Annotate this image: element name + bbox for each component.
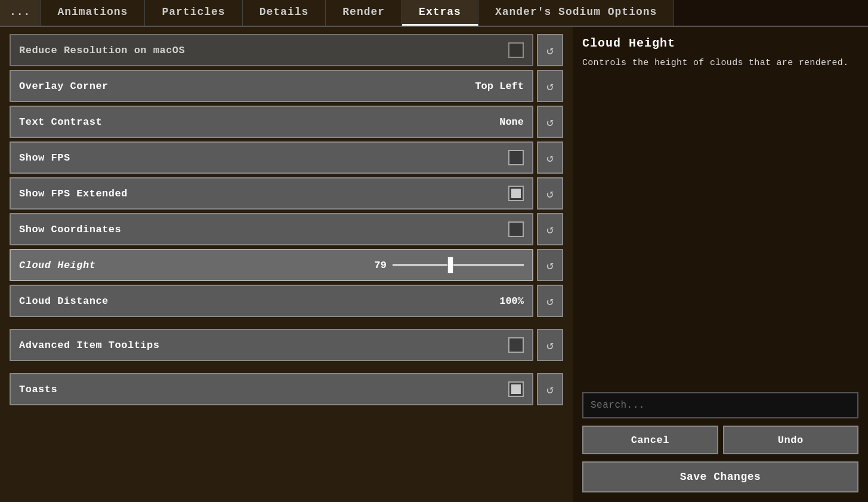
option-label-toasts: Toasts xyxy=(19,384,57,395)
action-buttons: Cancel Undo xyxy=(582,426,858,454)
slider-track-cloud-height[interactable] xyxy=(393,264,524,266)
option-label-show-fps: Show FPS xyxy=(19,152,70,164)
tab-bar: ...AnimationsParticlesDetailsRenderExtra… xyxy=(0,0,868,27)
option-label-cloud-distance: Cloud Distance xyxy=(19,295,109,307)
reset-btn-text-contrast[interactable]: ↺ xyxy=(537,106,563,138)
option-main-toasts[interactable]: Toasts xyxy=(10,373,533,405)
reset-btn-toasts[interactable]: ↺ xyxy=(537,373,563,405)
save-button[interactable]: Save Changes xyxy=(582,461,858,492)
option-row-show-fps: Show FPS↺ xyxy=(10,141,563,174)
option-row-reduce-resolution: Reduce Resolution on macOS↺ xyxy=(10,34,563,66)
tab-extras[interactable]: Extras xyxy=(402,0,478,26)
info-title: Cloud Height xyxy=(582,36,858,50)
info-box: Cloud Height Controls the height of clou… xyxy=(582,36,858,385)
undo-button[interactable]: Undo xyxy=(723,426,859,454)
option-checkbox-show-fps[interactable] xyxy=(508,150,524,165)
option-row-show-coordinates: Show Coordinates↺ xyxy=(10,213,563,245)
option-checkbox-toasts[interactable] xyxy=(508,381,524,397)
reset-btn-show-fps[interactable]: ↺ xyxy=(537,141,563,174)
option-row-show-fps-extended: Show FPS Extended↺ xyxy=(10,177,563,210)
slider-area-cloud-height: 79 xyxy=(375,260,524,271)
option-main-show-fps-extended[interactable]: Show FPS Extended xyxy=(10,177,533,210)
option-row-toasts: Toasts↺ xyxy=(10,373,563,405)
right-panel: Cloud Height Controls the height of clou… xyxy=(573,27,868,502)
reset-btn-show-coordinates[interactable]: ↺ xyxy=(537,213,563,245)
reset-btn-cloud-distance[interactable]: ↺ xyxy=(537,285,563,317)
option-row-text-contrast: Text ContrastNone↺ xyxy=(10,106,563,138)
option-main-text-contrast[interactable]: Text ContrastNone xyxy=(10,106,533,138)
option-row-cloud-distance: Cloud Distance100%↺ xyxy=(10,285,563,317)
option-label-show-fps-extended: Show FPS Extended xyxy=(19,188,128,199)
spacer xyxy=(10,321,563,325)
option-row-overlay-corner: Overlay CornerTop Left↺ xyxy=(10,70,563,102)
tab-details[interactable]: Details xyxy=(243,0,326,26)
option-row-advanced-item-tooltips: Advanced Item Tooltips↺ xyxy=(10,329,563,361)
tab-animations[interactable]: Animations xyxy=(41,0,145,26)
option-checkbox-show-fps-extended[interactable] xyxy=(508,186,524,201)
option-main-cloud-height[interactable]: Cloud Height79 xyxy=(10,249,533,281)
option-main-overlay-corner[interactable]: Overlay CornerTop Left xyxy=(10,70,533,102)
option-value-overlay-corner: Top Left xyxy=(475,81,524,92)
reset-btn-show-fps-extended[interactable]: ↺ xyxy=(537,177,563,210)
reset-btn-reduce-resolution[interactable]: ↺ xyxy=(537,34,563,66)
option-main-cloud-distance[interactable]: Cloud Distance100% xyxy=(10,285,533,317)
slider-value-cloud-height: 79 xyxy=(375,260,387,271)
option-checkbox-show-coordinates[interactable] xyxy=(508,221,524,237)
option-label-reduce-resolution: Reduce Resolution on macOS xyxy=(19,45,185,56)
option-value-text-contrast: None xyxy=(499,116,524,128)
option-label-cloud-height: Cloud Height xyxy=(19,260,95,271)
option-label-show-coordinates: Show Coordinates xyxy=(19,224,121,235)
tab-ellipsis[interactable]: ... xyxy=(0,0,41,26)
option-label-overlay-corner: Overlay Corner xyxy=(19,81,109,92)
option-main-reduce-resolution[interactable]: Reduce Resolution on macOS xyxy=(10,34,533,66)
tab-particles[interactable]: Particles xyxy=(145,0,242,26)
option-row-cloud-height: Cloud Height79↺ xyxy=(10,249,563,281)
main-content: Reduce Resolution on macOS↺Overlay Corne… xyxy=(0,27,868,502)
option-checkbox-reduce-resolution[interactable] xyxy=(508,42,524,58)
option-value-cloud-distance: 100% xyxy=(499,295,524,307)
slider-thumb-cloud-height[interactable] xyxy=(447,257,453,273)
tab-xanders[interactable]: Xander's Sodium Options xyxy=(478,0,674,26)
reset-btn-overlay-corner[interactable]: ↺ xyxy=(537,70,563,102)
option-label-advanced-item-tooltips: Advanced Item Tooltips xyxy=(19,340,159,351)
cancel-button[interactable]: Cancel xyxy=(582,426,718,454)
info-desc: Controls the height of clouds that are r… xyxy=(582,56,858,70)
search-input[interactable] xyxy=(582,392,858,418)
reset-btn-cloud-height[interactable]: ↺ xyxy=(537,249,563,281)
tab-render[interactable]: Render xyxy=(326,0,402,26)
option-label-text-contrast: Text Contrast xyxy=(19,116,102,128)
spacer xyxy=(10,365,563,369)
reset-btn-advanced-item-tooltips[interactable]: ↺ xyxy=(537,329,563,361)
option-main-advanced-item-tooltips[interactable]: Advanced Item Tooltips xyxy=(10,329,533,361)
option-main-show-fps[interactable]: Show FPS xyxy=(10,141,533,174)
option-main-show-coordinates[interactable]: Show Coordinates xyxy=(10,213,533,245)
left-panel: Reduce Resolution on macOS↺Overlay Corne… xyxy=(0,27,573,502)
option-checkbox-advanced-item-tooltips[interactable] xyxy=(508,337,524,353)
